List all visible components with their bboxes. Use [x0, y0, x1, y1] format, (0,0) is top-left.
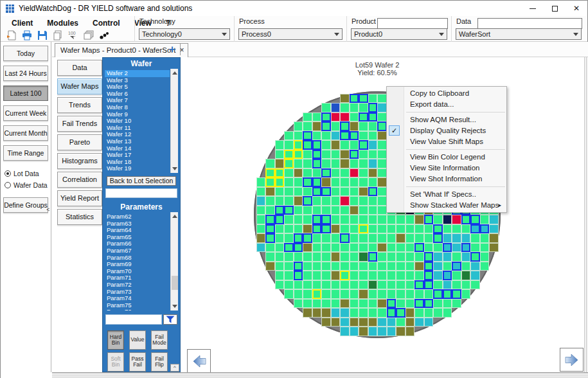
- wafer-die[interactable]: [443, 262, 452, 271]
- wafer-die[interactable]: [377, 122, 387, 131]
- wafer-die[interactable]: [265, 196, 275, 206]
- wafer-die[interactable]: [265, 224, 275, 234]
- wafer-die[interactable]: [340, 243, 350, 253]
- wafer-die[interactable]: [340, 113, 350, 122]
- wafer-die[interactable]: [275, 252, 285, 262]
- copy-icon[interactable]: [52, 30, 63, 41]
- wafer-die[interactable]: [470, 262, 480, 271]
- wafer-die[interactable]: [275, 168, 285, 178]
- wafer-die[interactable]: [414, 224, 424, 234]
- wafer-die[interactable]: [377, 280, 387, 290]
- wafer-die[interactable]: [284, 206, 294, 215]
- wafer-die[interactable]: [331, 131, 341, 141]
- wafer-list-item[interactable]: Wafer 13: [105, 138, 170, 145]
- wafer-die[interactable]: [303, 308, 312, 318]
- wafer-die[interactable]: [294, 243, 303, 253]
- wafer-die[interactable]: [312, 113, 322, 122]
- wafer-die[interactable]: [387, 308, 396, 318]
- define-groups-button[interactable]: Define Groups: [3, 197, 48, 213]
- wafer-die[interactable]: [368, 196, 378, 206]
- wafer-die[interactable]: [377, 215, 387, 224]
- latest-100-icon[interactable]: 100: [67, 30, 78, 41]
- wafer-die[interactable]: [470, 243, 480, 253]
- wafer-die[interactable]: [350, 177, 359, 187]
- wafer-die[interactable]: [377, 150, 387, 159]
- scroll-thumb[interactable]: [172, 276, 178, 290]
- parameter-list-item[interactable]: Param76: [105, 309, 170, 310]
- wafer-die[interactable]: [350, 113, 359, 122]
- wafer-die[interactable]: [452, 243, 461, 253]
- wafer-die[interactable]: [424, 318, 434, 327]
- wafer-die[interactable]: [303, 271, 312, 280]
- wafer-die[interactable]: [387, 271, 396, 280]
- wafer-die[interactable]: [359, 215, 368, 224]
- wafer-die[interactable]: [294, 168, 303, 178]
- wafer-die[interactable]: [350, 168, 359, 178]
- wafer-die[interactable]: [331, 299, 341, 309]
- wafer-die[interactable]: [359, 113, 368, 122]
- wafer-die[interactable]: [303, 140, 312, 150]
- wafer-die[interactable]: [480, 252, 490, 262]
- wafer-die[interactable]: [321, 308, 331, 318]
- wafer-die[interactable]: [368, 252, 378, 262]
- wafer-die[interactable]: [265, 243, 275, 253]
- wafer-die[interactable]: [321, 289, 331, 299]
- wafer-die[interactable]: [340, 150, 350, 159]
- wafer-die[interactable]: [284, 168, 294, 178]
- wafer-die[interactable]: [312, 177, 322, 187]
- wafer-die[interactable]: [350, 131, 359, 141]
- wafer-die[interactable]: [350, 187, 359, 197]
- wafer-die[interactable]: [275, 159, 285, 168]
- wafer-die[interactable]: [405, 243, 415, 253]
- wafer-die[interactable]: [359, 299, 368, 309]
- data-search-input[interactable]: [477, 18, 582, 29]
- wafer-die[interactable]: [350, 318, 359, 327]
- wafer-die[interactable]: [321, 252, 331, 262]
- wafer-die[interactable]: [275, 215, 285, 224]
- new-report-icon[interactable]: [6, 30, 17, 41]
- wafer-die[interactable]: [294, 289, 303, 299]
- wafer-die[interactable]: [331, 233, 341, 243]
- wafer-die[interactable]: [321, 299, 331, 309]
- product-select[interactable]: Product0: [351, 28, 447, 40]
- wafer-die[interactable]: [303, 252, 312, 262]
- wafer-die[interactable]: [461, 280, 471, 290]
- wafer-die[interactable]: [414, 233, 424, 243]
- wafer-die[interactable]: [461, 233, 471, 243]
- wafer-die[interactable]: [294, 280, 303, 290]
- wafer-die[interactable]: [275, 196, 285, 206]
- wafer-die[interactable]: [321, 150, 331, 159]
- wafer-die[interactable]: [340, 159, 350, 168]
- wafer-die[interactable]: [303, 150, 312, 159]
- time-button-today[interactable]: Today: [3, 46, 48, 61]
- wafer-die[interactable]: [303, 122, 312, 131]
- wafer-die[interactable]: [303, 299, 312, 309]
- wafer-die[interactable]: [340, 299, 350, 309]
- parameter-list-item[interactable]: Param67: [105, 248, 170, 255]
- wafer-die[interactable]: [331, 252, 341, 262]
- wafer-die[interactable]: [275, 140, 285, 150]
- wafer-die[interactable]: [480, 262, 490, 271]
- wafer-die[interactable]: [424, 308, 434, 318]
- wafer-die[interactable]: [414, 252, 424, 262]
- wafer-die[interactable]: [377, 206, 387, 215]
- wafer-die[interactable]: [480, 215, 490, 224]
- data-select[interactable]: WaferSort: [456, 28, 582, 40]
- wafer-die[interactable]: [350, 159, 359, 168]
- wafer-die[interactable]: [294, 233, 303, 243]
- wafer-die[interactable]: [321, 271, 331, 280]
- wafer-die[interactable]: [405, 318, 415, 327]
- bottom-splitter[interactable]: [52, 372, 588, 378]
- parameter-list-item[interactable]: Param72: [105, 282, 170, 289]
- wafer-die[interactable]: [303, 159, 312, 168]
- wafer-die[interactable]: [405, 233, 415, 243]
- wafer-die[interactable]: [368, 94, 378, 104]
- wafer-die[interactable]: [377, 131, 387, 141]
- wafer-die[interactable]: [350, 103, 359, 113]
- wafer-die[interactable]: [452, 299, 461, 309]
- wafer-die[interactable]: [256, 206, 266, 215]
- wafer-die[interactable]: [340, 308, 350, 318]
- wafer-die[interactable]: [405, 215, 415, 224]
- wafer-die[interactable]: [405, 299, 415, 309]
- wafer-die[interactable]: [331, 271, 341, 280]
